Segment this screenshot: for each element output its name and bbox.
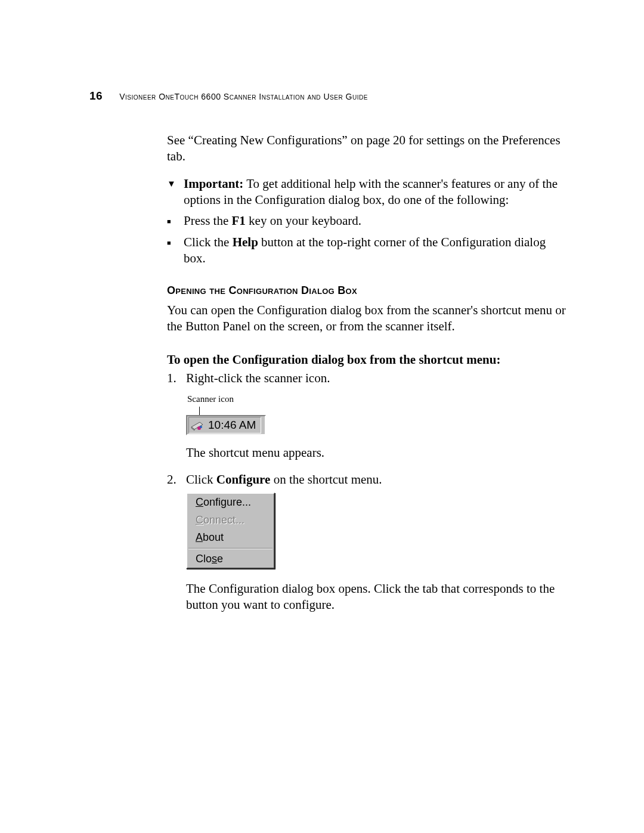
procedure-heading: To open the Configuration dialog box fro…	[167, 352, 566, 368]
page-number: 16	[89, 89, 103, 103]
step-2-text: Click Configure on the shortcut menu.	[186, 472, 382, 487]
running-header: 16 Visioneer OneTouch 6600 Scanner Insta…	[89, 89, 566, 103]
important-block: ▼ Important: To get additional help with…	[167, 176, 566, 267]
page: 16 Visioneer OneTouch 6600 Scanner Insta…	[0, 0, 644, 621]
menu-separator	[188, 548, 273, 549]
step-2-result: The Configuration dialog box opens. Clic…	[186, 581, 566, 614]
steps-list: Right-click the scanner icon. Scanner ic…	[167, 370, 566, 621]
bullet-item-1: ■ Press the F1 key on your keyboard.	[167, 213, 566, 230]
intro-paragraph: See “Creating New Configurations” on pag…	[167, 132, 566, 165]
menu-item-about[interactable]: About	[187, 529, 274, 546]
system-tray: 10:46 AM	[186, 415, 266, 435]
tray-clock: 10:46 AM	[208, 418, 256, 433]
step-1: Right-click the scanner icon. Scanner ic…	[167, 370, 566, 468]
step-1-text: Right-click the scanner icon.	[186, 371, 330, 385]
scanner-tray-icon[interactable]	[190, 419, 203, 431]
menu-item-close[interactable]: Close	[187, 550, 274, 568]
figure-caption: Scanner icon	[187, 394, 566, 405]
body-column: See “Creating New Configurations” on pag…	[167, 132, 566, 621]
important-text: Important: To get additional help with t…	[184, 176, 566, 209]
bullet-item-2: ■ Click the Help button at the top-right…	[167, 234, 566, 267]
callout-line	[199, 407, 200, 415]
context-menu: Configure... Connect... About Close	[186, 493, 275, 569]
square-bullet-icon: ■	[167, 213, 184, 230]
bullet-2-text: Click the Help button at the top-right c…	[184, 234, 566, 267]
step-2: Click Configure on the shortcut menu. Co…	[167, 472, 566, 620]
square-bullet-icon: ■	[167, 234, 184, 251]
header-title: Visioneer OneTouch 6600 Scanner Installa…	[119, 92, 368, 101]
svg-point-3	[200, 426, 202, 428]
bullet-1-text: Press the F1 key on your keyboard.	[184, 213, 566, 229]
important-row: ▼ Important: To get additional help with…	[167, 176, 566, 209]
important-label: Important:	[184, 176, 243, 191]
menu-item-configure[interactable]: Configure...	[187, 494, 274, 511]
menu-item-connect: Connect...	[187, 512, 274, 529]
section-heading: Opening the Configuration Dialog Box	[167, 284, 566, 298]
section-paragraph: You can open the Configuration dialog bo…	[167, 302, 566, 335]
step-1-result: The shortcut menu appears.	[186, 445, 566, 461]
triangle-bullet-icon: ▼	[167, 176, 184, 191]
